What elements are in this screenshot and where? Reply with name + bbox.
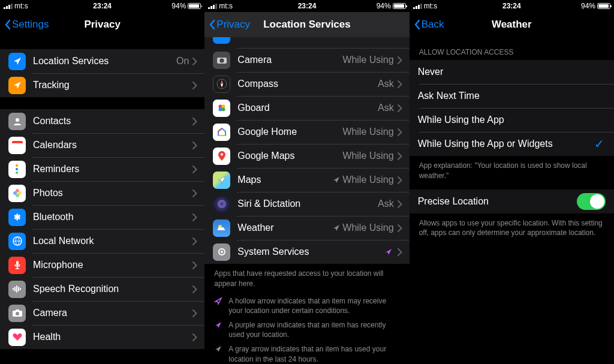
phone-privacy: mt:s 23:24 94% Settings Privacy Location…: [0, 0, 204, 364]
option-label: Ask Next Time: [418, 91, 607, 101]
row-google-maps[interactable]: Google Maps While Using: [204, 144, 409, 168]
row-label: Weather: [237, 222, 330, 233]
row-label: Photos: [33, 188, 192, 198]
row-speech-recognition[interactable]: Speech Recognition: [0, 277, 204, 301]
network-icon: [8, 233, 26, 250]
row-label: Microphone: [33, 260, 192, 270]
row-siri[interactable]: Siri & Dictation Ask: [204, 192, 409, 216]
status-bar: mt:s 23:24 94%: [0, 0, 204, 12]
status-bar: mt:s 23:24 94%: [410, 0, 614, 12]
reminders-icon: [8, 161, 26, 178]
row-compass[interactable]: Compass Ask: [204, 72, 409, 96]
location-arrow-icon: [384, 248, 393, 256]
row-camera[interactable]: Camera: [0, 301, 204, 325]
row-label: Speech Recognition: [33, 284, 192, 294]
chevron-right-icon: [398, 224, 402, 232]
option-ask-next-time[interactable]: Ask Next Time: [410, 84, 614, 108]
row-detail: Ask: [378, 103, 394, 113]
health-icon: [8, 329, 26, 346]
option-never[interactable]: Never: [410, 60, 614, 84]
google-maps-icon: [213, 148, 230, 165]
row-detail: Ask: [378, 198, 394, 209]
chevron-left-icon: [5, 19, 11, 30]
row-label: Siri & Dictation: [237, 198, 378, 209]
back-label: Back: [422, 19, 444, 31]
row-label: Camera: [33, 308, 192, 318]
row-camera-app[interactable]: Camera While Using: [204, 48, 409, 72]
chevron-right-icon: [192, 118, 197, 125]
row-detail: Ask: [378, 79, 394, 89]
camera-icon: [213, 52, 230, 69]
row-label: Gboard: [237, 103, 378, 113]
row-bluetooth[interactable]: ✱ Bluetooth: [0, 205, 204, 229]
carrier: mt:s: [14, 2, 28, 10]
row-label: Reminders: [33, 164, 192, 175]
row-google-home[interactable]: Google Home While Using: [204, 120, 409, 144]
chevron-right-icon: [192, 142, 197, 149]
row-reminders[interactable]: Reminders: [0, 157, 204, 181]
compass-icon: [213, 76, 230, 93]
row-label: Google Maps: [237, 151, 342, 161]
legend-text: A purple arrow indicates that an item ha…: [228, 320, 399, 339]
nav-bar: Back Weather: [410, 12, 614, 37]
chevron-right-icon: [192, 82, 197, 89]
option-while-using-app[interactable]: While Using the App: [410, 108, 614, 132]
row-precise-location[interactable]: Precise Location: [410, 189, 614, 213]
chevron-right-icon: [192, 189, 197, 197]
row-partial[interactable]: [204, 37, 409, 48]
row-tracking[interactable]: Tracking: [0, 73, 204, 97]
battery-percent: 94%: [171, 2, 186, 10]
row-location-services[interactable]: Location Services On: [0, 49, 204, 73]
tracking-icon: [8, 77, 26, 94]
row-label: Calendars: [33, 140, 192, 151]
back-button[interactable]: Back: [414, 19, 444, 31]
chevron-right-icon: [192, 261, 197, 269]
row-health[interactable]: Health: [0, 325, 204, 349]
svg-point-23: [221, 154, 223, 156]
page-title: Weather: [492, 19, 532, 31]
row-maps[interactable]: Maps While Using: [204, 168, 409, 192]
page-title: Location Services: [263, 19, 351, 31]
battery-percent: 94%: [581, 2, 595, 10]
row-calendars[interactable]: Calendars: [0, 133, 204, 157]
option-label: While Using the App: [418, 115, 607, 125]
battery-percent: 94%: [377, 2, 391, 10]
legend-hollow: A hollow arrow indicates that an item ma…: [204, 294, 409, 318]
back-button[interactable]: Privacy: [209, 19, 250, 31]
back-label: Privacy: [216, 19, 250, 31]
chevron-right-icon: [398, 176, 402, 184]
row-label: Contacts: [33, 116, 192, 127]
chevron-left-icon: [209, 19, 215, 30]
photos-icon: [8, 185, 26, 202]
chevron-left-icon: [414, 19, 420, 30]
row-label: Bluetooth: [33, 212, 192, 222]
signal-icon: [208, 3, 217, 9]
row-contacts[interactable]: Contacts: [0, 109, 204, 133]
option-label: While Using the App or Widgets: [418, 139, 594, 149]
svg-point-4: [13, 191, 17, 195]
row-label: System Services: [237, 246, 382, 257]
location-arrow-icon: [332, 224, 341, 232]
legend-text: A hollow arrow indicates that an item ma…: [228, 296, 399, 315]
precise-location-toggle[interactable]: [577, 193, 606, 210]
row-local-network[interactable]: Local Network: [0, 229, 204, 253]
svg-rect-9: [16, 285, 17, 293]
battery-icon: [393, 3, 406, 9]
row-photos[interactable]: Photos: [0, 181, 204, 205]
contacts-icon: [8, 113, 26, 130]
clock: 23:24: [298, 2, 317, 10]
row-weather[interactable]: Weather While Using: [204, 216, 409, 240]
row-detail: While Using: [342, 127, 393, 137]
page-title: Privacy: [84, 19, 121, 31]
option-while-using-app-widgets[interactable]: While Using the App or Widgets ✓: [410, 132, 614, 156]
row-system-services[interactable]: System Services: [204, 240, 409, 264]
carrier: mt:s: [424, 2, 438, 10]
location-arrow-purple-icon: [214, 321, 222, 329]
back-button[interactable]: Settings: [5, 19, 49, 31]
row-microphone[interactable]: Microphone: [0, 253, 204, 277]
row-gboard[interactable]: Gboard Ask: [204, 96, 409, 120]
precise-footer: Allows apps to use your specific locatio…: [410, 213, 614, 243]
row-detail: While Using: [342, 222, 393, 233]
section-header: ALLOW LOCATION ACCESS: [410, 37, 614, 60]
legend-purple: A purple arrow indicates that an item ha…: [204, 318, 409, 342]
